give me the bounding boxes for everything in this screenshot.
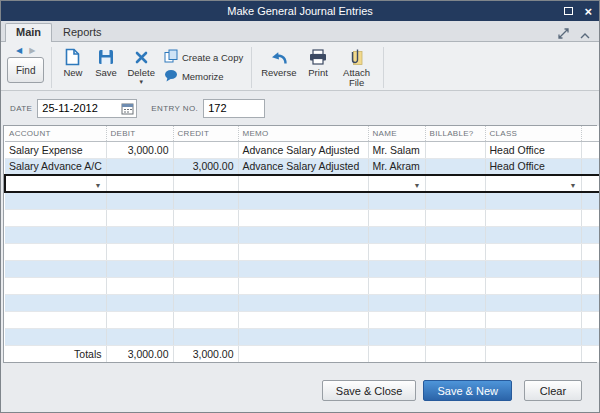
new-button[interactable]: New [56, 45, 89, 78]
grid-cell[interactable] [485, 260, 581, 277]
titlebar[interactable]: Make General Journal Entries × [1, 1, 599, 21]
create-copy-button[interactable]: Create a Copy [164, 49, 243, 65]
save-button[interactable]: Save [89, 45, 122, 78]
attach-file-button[interactable]: Attach File [335, 45, 379, 89]
grid-cell[interactable] [425, 311, 485, 328]
grid-cell[interactable] [106, 226, 173, 243]
cell-name[interactable]: Mr. Salam [368, 141, 425, 158]
cell-class[interactable]: Head Office [485, 158, 581, 175]
save-close-button[interactable]: Save & Close [322, 380, 417, 401]
grid-cell[interactable] [425, 192, 485, 209]
grid-cell[interactable] [485, 209, 581, 226]
grid-cell[interactable] [485, 243, 581, 260]
tab-main[interactable]: Main [5, 23, 52, 42]
grid-cell[interactable] [106, 328, 173, 345]
grid-cell[interactable] [238, 277, 368, 294]
reverse-button[interactable]: Reverse [256, 45, 301, 78]
grid-cell[interactable] [368, 328, 425, 345]
grid-cell[interactable] [368, 226, 425, 243]
cell-name[interactable]: Mr. Akram [368, 158, 425, 175]
print-button[interactable]: Print [302, 45, 335, 78]
calendar-icon[interactable] [121, 102, 134, 115]
grid-cell[interactable] [485, 277, 581, 294]
grid-cell[interactable] [173, 260, 238, 277]
find-button[interactable]: Find [7, 57, 44, 83]
grid-cell[interactable] [485, 328, 581, 345]
grid-cell[interactable] [425, 209, 485, 226]
grid-cell[interactable] [425, 243, 485, 260]
grid-cell[interactable] [238, 192, 368, 209]
grid-cell[interactable] [425, 277, 485, 294]
grid-cell[interactable] [485, 226, 581, 243]
grid-cell[interactable] [425, 260, 485, 277]
grid-cell[interactable] [173, 294, 238, 311]
grid-cell[interactable] [106, 260, 173, 277]
cell-memo[interactable]: Advance Salary Adjusted [238, 141, 368, 158]
grid-cell[interactable] [173, 311, 238, 328]
grid-cell[interactable] [238, 260, 368, 277]
grid-cell[interactable] [485, 294, 581, 311]
grid-cell[interactable] [106, 277, 173, 294]
cell-memo[interactable]: Advance Salary Adjusted [238, 158, 368, 175]
grid-cell[interactable] [173, 243, 238, 260]
grid-cell[interactable] [106, 209, 173, 226]
cell-billable[interactable] [425, 158, 485, 175]
cell-account[interactable]: Salary Advance A/C [5, 158, 106, 175]
grid-cell[interactable] [173, 226, 238, 243]
forward-arrow-icon[interactable]: ▶ [29, 46, 35, 55]
tab-reports[interactable]: Reports [52, 23, 113, 41]
grid-cell[interactable] [5, 226, 106, 243]
cell-account[interactable]: Salary Expense [5, 141, 106, 158]
grid-cell[interactable] [485, 311, 581, 328]
grid-cell[interactable] [485, 192, 581, 209]
grid-cell[interactable] [368, 311, 425, 328]
grid-cell[interactable] [5, 311, 106, 328]
grid-cell[interactable] [106, 243, 173, 260]
cell-class-active[interactable]: ▼ [485, 175, 581, 192]
grid-cell[interactable] [5, 260, 106, 277]
grid-cell[interactable] [106, 294, 173, 311]
cell-credit-active[interactable] [173, 175, 238, 192]
entry-no-field[interactable]: 172 [203, 99, 265, 118]
grid-cell[interactable] [173, 192, 238, 209]
expand-window-icon[interactable] [558, 25, 569, 43]
memorize-button[interactable]: Memorize [164, 69, 243, 84]
grid-cell[interactable] [368, 192, 425, 209]
grid-cell[interactable] [5, 192, 106, 209]
grid-cell[interactable] [368, 243, 425, 260]
delete-dropdown-icon[interactable]: ▼ [138, 79, 144, 85]
grid-cell[interactable] [368, 294, 425, 311]
cell-billable[interactable] [425, 141, 485, 158]
grid-cell[interactable] [238, 226, 368, 243]
cell-class[interactable]: Head Office [485, 141, 581, 158]
grid-cell[interactable] [368, 260, 425, 277]
grid-cell[interactable] [368, 209, 425, 226]
cell-debit[interactable] [106, 158, 173, 175]
collapse-ribbon-icon[interactable] [580, 25, 590, 43]
grid-cell[interactable] [5, 209, 106, 226]
grid-cell[interactable] [5, 277, 106, 294]
grid-cell[interactable] [238, 294, 368, 311]
grid-cell[interactable] [238, 243, 368, 260]
close-icon[interactable]: × [584, 5, 592, 18]
name-dropdown-icon[interactable]: ▼ [414, 182, 421, 189]
cell-billable-active[interactable] [425, 175, 485, 192]
cell-account-active[interactable]: ▼ [5, 175, 106, 192]
cell-credit[interactable]: 3,000.00 [173, 158, 238, 175]
cell-debit-active[interactable] [106, 175, 173, 192]
clear-button[interactable]: Clear [524, 380, 582, 401]
grid-cell[interactable] [238, 209, 368, 226]
grid-cell[interactable] [5, 243, 106, 260]
save-new-button[interactable]: Save & New [423, 380, 512, 401]
grid-cell[interactable] [238, 328, 368, 345]
grid-cell[interactable] [173, 209, 238, 226]
cell-name-active[interactable]: ▼ [368, 175, 425, 192]
delete-button[interactable]: Delete ▼ [122, 45, 159, 85]
back-arrow-icon[interactable]: ◀ [16, 46, 22, 55]
grid-cell[interactable] [5, 328, 106, 345]
grid-cell[interactable] [106, 192, 173, 209]
cell-memo-active[interactable] [238, 175, 368, 192]
grid-cell[interactable] [173, 328, 238, 345]
grid-cell[interactable] [5, 294, 106, 311]
grid-cell[interactable] [425, 328, 485, 345]
